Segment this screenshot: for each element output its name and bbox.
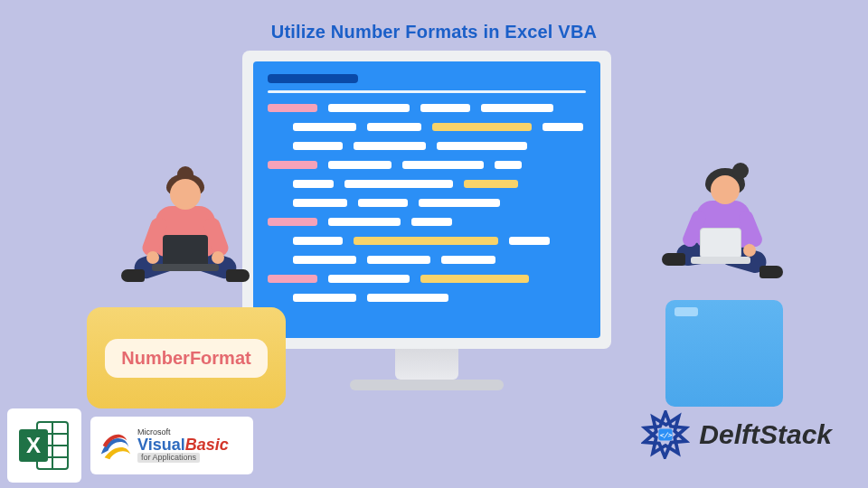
code-line <box>293 142 586 150</box>
bottom-left-logos: X Microsoft VisualBasic for Applications <box>7 408 253 483</box>
code-monitor <box>242 51 611 390</box>
yellow-block: NumberFormat <box>87 307 286 408</box>
delftstack-icon: </> <box>641 410 690 459</box>
code-lines <box>268 104 586 302</box>
laptop-icon <box>700 228 741 258</box>
left-illustration: NumberFormat <box>87 155 286 408</box>
excel-logo: X <box>7 408 81 483</box>
window-titlebar <box>268 74 358 83</box>
excel-x-icon: X <box>26 433 41 457</box>
right-illustration <box>635 172 788 407</box>
code-line <box>268 104 586 112</box>
monitor-base <box>350 380 504 390</box>
person-left <box>119 175 255 311</box>
code-line <box>268 275 586 283</box>
code-line <box>293 199 586 207</box>
window-separator <box>268 90 586 93</box>
code-line <box>293 256 586 264</box>
svg-text:</>: </> <box>659 431 672 439</box>
laptop-icon <box>163 235 208 267</box>
delftstack-logo: </> DelftStack <box>641 410 832 459</box>
vb-basic-text: Basic <box>185 436 229 454</box>
monitor-bezel <box>242 51 611 349</box>
code-line <box>293 294 586 302</box>
monitor-stand <box>395 349 458 380</box>
code-line <box>293 180 586 188</box>
page-title: Utilize Number Formats in Excel VBA <box>0 22 868 42</box>
blue-cube <box>665 300 783 407</box>
numberformat-label: NumberFormat <box>105 339 267 378</box>
visual-basic-logo: Microsoft VisualBasic for Applications <box>90 417 253 474</box>
code-screen <box>253 61 600 338</box>
code-line <box>293 237 586 245</box>
code-line <box>268 161 586 169</box>
delftstack-text: DelftStack <box>699 419 832 450</box>
person-right <box>653 170 788 305</box>
vb-forapps-text: for Applications <box>137 453 200 463</box>
vb-swoosh-icon <box>98 428 132 463</box>
vb-visual-text: Visual <box>137 436 185 454</box>
code-line <box>293 123 586 131</box>
code-line <box>268 218 586 226</box>
